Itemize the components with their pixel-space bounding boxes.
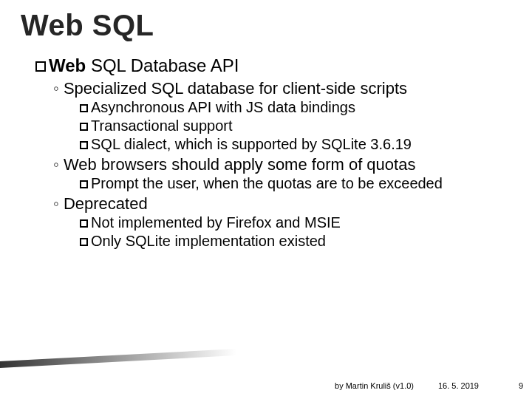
- list-item: Web browsers should apply some form of q…: [53, 155, 511, 174]
- list-item: Specialized SQL database for client-side…: [53, 79, 511, 98]
- list-item-label: SQL dialect, which is supported by SQLit…: [91, 136, 412, 152]
- square-bullet-icon: [80, 104, 88, 112]
- list-item: Asynchronous API with JS data bindings: [80, 98, 511, 117]
- decorative-wedge: [0, 349, 236, 368]
- list-item-label: Transactional support: [91, 117, 233, 134]
- slide: Web SQL Web SQL Database API Specialized…: [0, 0, 532, 399]
- square-bullet-icon: [80, 219, 88, 228]
- list-item-label: Not implemented by Firefox and MSIE: [91, 214, 341, 231]
- list-item: Transactional support: [80, 117, 511, 135]
- square-bullet-icon: [80, 238, 88, 246]
- footer-page-number: 9: [519, 381, 523, 390]
- list-item: Prompt the user, when the quotas are to …: [80, 174, 511, 193]
- list-item: Not implemented by Firefox and MSIE: [80, 214, 511, 232]
- heading-bold: Web: [49, 55, 86, 75]
- list-item: Only SQLite implementation existed: [80, 232, 511, 250]
- square-bullet-icon: [80, 141, 88, 149]
- list-item: Deprecated: [53, 194, 511, 214]
- square-bullet-icon: [80, 123, 88, 131]
- slide-title: Web SQL: [21, 9, 511, 42]
- section-heading: Web SQL Database API: [35, 55, 511, 76]
- list-item-label: Only SQLite implementation existed: [91, 233, 326, 249]
- list-item: SQL dialect, which is supported by SQLit…: [80, 135, 511, 154]
- footer-author: by Martin Kruliš (v1.0): [335, 381, 414, 390]
- square-bullet-icon: [35, 61, 46, 72]
- square-bullet-icon: [80, 180, 88, 188]
- heading-rest: SQL Database API: [86, 55, 239, 75]
- list-item-label: Prompt the user, when the quotas are to …: [91, 175, 443, 191]
- list-item-label: Asynchronous API with JS data bindings: [91, 99, 355, 115]
- footer-date: 16. 5. 2019: [438, 381, 479, 390]
